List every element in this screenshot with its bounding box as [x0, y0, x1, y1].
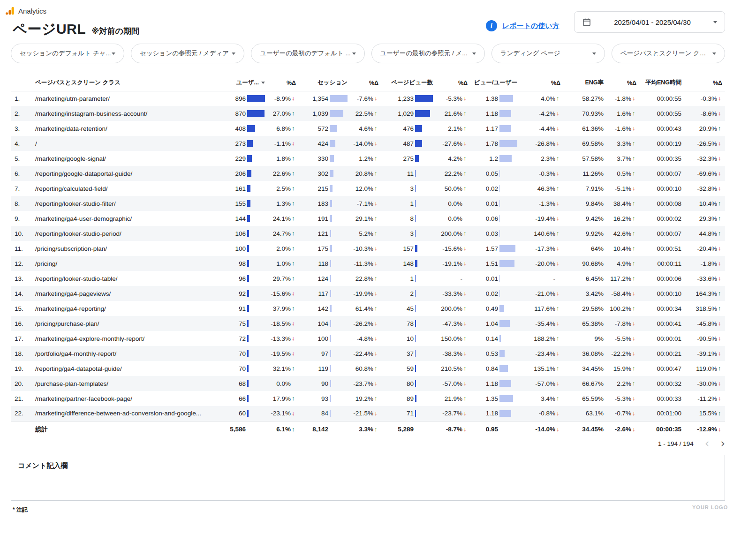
- metric-sessions: 142: [299, 301, 348, 316]
- col-avg-eng-time-delta[interactable]: %Δ: [684, 75, 725, 91]
- metric-pageviews: 89: [381, 391, 433, 406]
- col-pageviews[interactable]: ページビュー数: [381, 75, 433, 91]
- delta-sessions: 60.8%↑: [348, 361, 381, 376]
- metric-vpu: 0.02: [470, 181, 517, 196]
- info-icon[interactable]: i: [486, 20, 497, 31]
- table-row: 17./marketing/ga4-explore-monthly-report…: [11, 331, 725, 346]
- users-bar: [247, 230, 265, 237]
- arrow-down-icon: ↓: [632, 335, 637, 342]
- table-row: 2./marketing/instagram-business-account/…: [11, 106, 725, 121]
- delta-pageviews: -19.1%↓: [433, 256, 470, 271]
- delta-time: -69.6%↓: [684, 166, 725, 181]
- metric-users: 91: [217, 301, 265, 316]
- comment-label: コメント記入欄: [11, 455, 725, 476]
- arrow-up-icon: ↑: [463, 155, 469, 162]
- delta-vpu: -0.3%↓: [517, 166, 563, 181]
- arrow-up-icon: ↑: [632, 215, 637, 222]
- vpu-bar: [499, 335, 517, 342]
- pageviews-bar: [415, 426, 433, 433]
- arrow-down-icon: ↓: [632, 350, 637, 357]
- date-range-picker[interactable]: 2025/04/01 - 2025/04/30: [574, 11, 725, 33]
- calendar-icon: [582, 17, 591, 27]
- delta-sessions: 19.2%↑: [348, 391, 381, 406]
- prev-page-icon[interactable]: ‹: [705, 439, 710, 448]
- delta-eng: -1.6%↓: [606, 121, 639, 136]
- filter-chip-3[interactable]: ユーザーの最初のデフォルト ...: [251, 44, 364, 63]
- brand: Analytics: [5, 6, 46, 16]
- avg-eng-time: 00:00:47: [639, 361, 684, 376]
- metric-sessions: 104: [299, 316, 348, 331]
- metric-pageviews: 275: [381, 151, 433, 166]
- help-link[interactable]: レポートの使い方: [502, 22, 559, 30]
- col-sessions[interactable]: セッション: [299, 75, 348, 91]
- metric-users: 5,586: [217, 421, 265, 437]
- arrow-down-icon: ↓: [292, 320, 297, 327]
- col-users[interactable]: ユーザ...: [217, 75, 265, 91]
- metric-users: 92: [217, 286, 265, 301]
- col-views-per-user[interactable]: ビュー/ユーザー: [470, 75, 517, 91]
- col-pageviews-delta[interactable]: %Δ: [433, 75, 470, 91]
- filter-chip-label: ランディング ページ: [500, 49, 560, 58]
- vpu-bar: [499, 230, 517, 237]
- col-eng-rate-delta[interactable]: %Δ: [606, 75, 639, 91]
- comment-box[interactable]: コメント記入欄: [11, 455, 725, 501]
- avg-eng-time: 00:00:07: [639, 226, 684, 241]
- metric-users: 68: [217, 376, 265, 391]
- users-bar: [247, 200, 265, 207]
- row-index: 12.: [11, 256, 33, 271]
- filter-chip-label: ページパスとスクリーン クラス: [620, 49, 712, 58]
- users-bar: [247, 260, 265, 267]
- metric-pageviews: 80: [381, 376, 433, 391]
- col-users-delta[interactable]: %Δ: [265, 75, 299, 91]
- arrow-down-icon: ↓: [292, 140, 297, 147]
- arrow-up-icon: ↑: [463, 185, 469, 192]
- metric-sessions: 84: [299, 406, 348, 421]
- eng-rate: 34.45%: [563, 361, 606, 376]
- col-sessions-delta[interactable]: %Δ: [348, 75, 381, 91]
- table-row: 12./pricing/981.0%↑118-11.3%↓148-19.1%↓1…: [11, 256, 725, 271]
- filter-chip-5[interactable]: ランディング ページ: [491, 44, 605, 63]
- delta-eng: 38.4%↑: [606, 196, 639, 211]
- arrow-down-icon: ↓: [463, 350, 469, 357]
- filter-chip-2[interactable]: セッションの参照元 / メディア: [131, 44, 244, 63]
- delta-time: -45.8%↓: [684, 316, 725, 331]
- arrow-up-icon: ↑: [718, 125, 723, 132]
- delta-users: 6.1%↑: [265, 421, 299, 437]
- col-eng-rate[interactable]: ENG率: [563, 75, 606, 91]
- delta-sessions: 61.4%↑: [348, 301, 381, 316]
- arrow-up-icon: ↑: [292, 155, 297, 162]
- chevron-down-icon: [592, 53, 596, 55]
- next-page-icon[interactable]: ›: [720, 439, 725, 448]
- metric-pageviews: 5,289: [381, 421, 433, 437]
- filter-chip-1[interactable]: セッションのデフォルト チャ...: [11, 44, 124, 63]
- metric-vpu: 1.35: [470, 391, 517, 406]
- page-path: /marketing/google-signal/: [33, 151, 217, 166]
- filter-chip-4[interactable]: ユーザーの最初の参照元 / メ...: [371, 44, 485, 63]
- arrow-down-icon: ↓: [556, 410, 561, 417]
- metric-sessions: 1,354: [299, 91, 348, 106]
- vpu-bar: [499, 125, 517, 132]
- pageviews-bar: [415, 305, 433, 312]
- metric-sessions: 191: [299, 211, 348, 226]
- row-index: 3.: [11, 121, 33, 136]
- col-page-path[interactable]: ページパスとスクリーン クラス: [33, 75, 217, 91]
- delta-vpu: -14.0%↓: [517, 421, 563, 437]
- delta-sessions: -11.3%↓: [348, 256, 381, 271]
- eng-rate: 9.84%: [563, 196, 606, 211]
- col-avg-eng-time[interactable]: 平均ENG時間: [639, 75, 684, 91]
- delta-time: -32.3%↓: [684, 151, 725, 166]
- arrow-down-icon: ↓: [374, 95, 379, 102]
- eng-rate: 9.92%: [563, 226, 606, 241]
- filter-chip-label: セッションの参照元 / メディア: [140, 49, 229, 58]
- avg-eng-time: 00:00:02: [639, 211, 684, 226]
- vpu-bar: [499, 426, 517, 433]
- arrow-down-icon: ↓: [463, 410, 469, 417]
- delta-users: 1.3%↑: [265, 196, 299, 211]
- filter-chip-6[interactable]: ページパスとスクリーン クラス: [612, 44, 725, 63]
- arrow-down-icon: ↓: [556, 380, 561, 387]
- delta-time: -11.2%↓: [684, 391, 725, 406]
- col-views-per-user-delta[interactable]: %Δ: [517, 75, 563, 91]
- pageviews-bar: [415, 140, 433, 147]
- page-path: /marketing/ga4-reporting/: [33, 301, 217, 316]
- eng-rate: 70.93%: [563, 106, 606, 121]
